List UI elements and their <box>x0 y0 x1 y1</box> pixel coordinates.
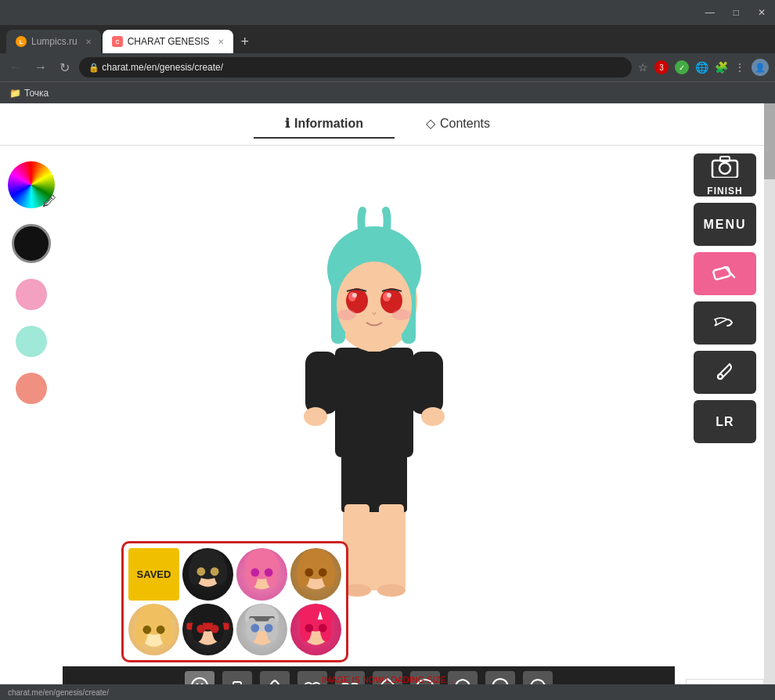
svg-point-57 <box>211 624 219 633</box>
star-icon[interactable]: ☆ <box>638 61 648 74</box>
svg-point-56 <box>196 624 205 633</box>
saved-thumb-6[interactable] <box>182 604 233 656</box>
wrench-icon <box>714 361 736 384</box>
svg-point-24 <box>387 293 391 298</box>
brush-icon <box>713 313 737 334</box>
saved-label: SAVED <box>128 548 179 601</box>
minimize-button[interactable]: — <box>702 5 718 20</box>
lumpics-favicon: L <box>16 36 27 47</box>
address-bar: ← → ↻ 🔒 charat.me/en/genesis/create/ ☆ 3… <box>0 53 775 81</box>
svg-point-5 <box>377 584 406 597</box>
saved-thumb-8[interactable] <box>290 604 341 656</box>
tab-contents[interactable]: ◇ Contents <box>395 110 521 139</box>
close-button[interactable]: ✕ <box>755 5 769 20</box>
svg-point-99 <box>718 374 723 379</box>
extension-icon-1[interactable]: 3 <box>654 60 669 74</box>
lock-icon: 🔒 <box>88 63 99 73</box>
lr-button[interactable]: LR <box>694 400 756 443</box>
left-tools-panel: 🖉 <box>0 146 63 700</box>
svg-point-69 <box>305 623 313 632</box>
back-button[interactable]: ← <box>6 59 25 76</box>
refresh-button[interactable]: ↻ <box>56 59 73 77</box>
bookmark-tochka[interactable]: 📁 Точка <box>9 88 49 99</box>
eyedropper-icon: 🖉 <box>42 193 56 210</box>
forward-button[interactable]: → <box>31 59 50 76</box>
svg-point-25 <box>337 309 356 320</box>
finish-button[interactable]: FINISH <box>694 153 756 197</box>
menu-label: MENU <box>703 218 746 232</box>
svg-point-23 <box>352 293 357 298</box>
tab-lumpics-label: Lumpics.ru <box>31 36 78 47</box>
canvas-area: 🖉 <box>0 146 764 700</box>
svg-rect-3 <box>379 504 404 590</box>
svg-point-49 <box>142 625 151 633</box>
saved-thumb-3[interactable] <box>236 548 287 601</box>
extension-icon-2[interactable]: ✓ <box>675 60 689 74</box>
tab-bar: L Lumpics.ru ✕ C CHARAT GENESIS ✕ + <box>0 25 775 53</box>
svg-rect-96 <box>720 157 730 161</box>
svg-point-63 <box>251 623 259 632</box>
brush-button[interactable] <box>694 301 756 345</box>
svg-point-64 <box>265 623 273 632</box>
saved-thumb-5[interactable] <box>128 604 179 656</box>
tab-lumpics[interactable]: L Lumpics.ru ✕ <box>6 30 101 53</box>
page-tab-nav: ℹ Information ◇ Contents <box>0 103 775 146</box>
tab-information-label: Information <box>294 117 363 131</box>
svg-point-31 <box>196 568 205 576</box>
bookmarks-bar: 📁 Точка <box>0 81 775 103</box>
svg-point-10 <box>421 407 445 426</box>
lr-label: LR <box>716 415 734 429</box>
scrollbar-track[interactable] <box>764 103 775 145</box>
svg-point-50 <box>157 625 165 633</box>
new-tab-button[interactable]: + <box>235 30 256 53</box>
tab-lumpics-close[interactable]: ✕ <box>85 38 92 46</box>
title-bar: — □ ✕ <box>0 0 775 25</box>
right-scrollbar-thumb[interactable] <box>764 140 775 179</box>
svg-point-37 <box>251 568 259 577</box>
saved-thumb-7[interactable] <box>236 604 287 656</box>
profile-icon[interactable]: 👤 <box>752 59 769 76</box>
menu-button[interactable]: MENU <box>694 203 756 246</box>
eraser-button[interactable] <box>694 252 756 295</box>
camera-icon <box>711 154 739 182</box>
eraser-icon <box>712 265 737 283</box>
svg-rect-6 <box>335 348 413 457</box>
tab-contents-label: Contents <box>440 117 490 131</box>
saved-panel: SAVED <box>121 541 348 662</box>
tab-charat-label: CHARAT GENESIS <box>128 36 210 47</box>
right-scrollbar[interactable] <box>764 140 775 700</box>
content-area: ℹ Information ◇ Contents 🖉 <box>0 103 775 700</box>
menu-icon[interactable]: ⋮ <box>734 61 745 74</box>
maximize-button[interactable]: □ <box>730 5 742 20</box>
svg-point-44 <box>319 568 327 577</box>
address-text: charat.me/en/genesis/create/ <box>102 62 223 73</box>
status-warning: IMAGE IS NOW LOADING SIZE... <box>322 675 453 684</box>
wrench-button[interactable] <box>694 351 756 394</box>
tab-information[interactable]: ℹ Information <box>254 110 395 139</box>
color-circle-black[interactable] <box>12 224 51 263</box>
svg-rect-97 <box>713 266 730 280</box>
browser-status-bar: charat.me/en/genesis/create/ <box>0 684 775 700</box>
svg-rect-7 <box>305 352 338 414</box>
character-display: ©2020 CHARAT SAVED <box>63 146 686 700</box>
svg-rect-8 <box>410 352 443 414</box>
color-swatch-teal[interactable] <box>16 326 47 357</box>
svg-point-43 <box>305 568 313 577</box>
globe-icon[interactable]: 🌐 <box>695 61 708 74</box>
address-input-container[interactable]: 🔒 charat.me/en/genesis/create/ <box>79 57 632 78</box>
svg-point-26 <box>392 309 411 320</box>
puzzle-icon[interactable]: 🧩 <box>715 61 728 74</box>
saved-thumb-2[interactable] <box>182 548 233 601</box>
color-swatch-salmon[interactable] <box>16 373 47 404</box>
tab-charat[interactable]: C CHARAT GENESIS ✕ <box>103 30 233 53</box>
svg-point-32 <box>211 568 219 576</box>
svg-point-19 <box>346 288 368 313</box>
status-text: charat.me/en/genesis/create/ <box>8 688 109 697</box>
saved-thumb-4[interactable] <box>290 548 341 601</box>
charat-favicon: C <box>112 36 123 47</box>
color-swatch-pink[interactable] <box>16 279 47 310</box>
diamond-icon: ◇ <box>426 116 435 131</box>
svg-point-38 <box>265 568 273 577</box>
tab-charat-close[interactable]: ✕ <box>218 38 224 46</box>
color-wheel-container[interactable]: 🖉 <box>8 161 55 208</box>
